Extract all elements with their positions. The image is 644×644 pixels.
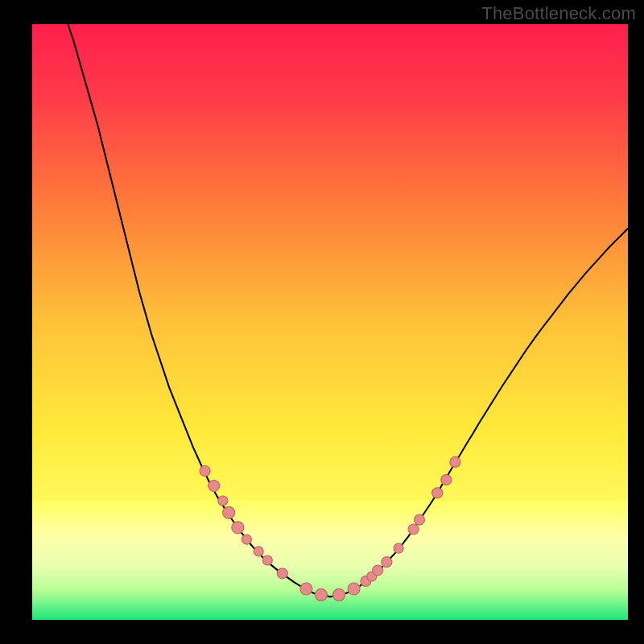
marker-dot xyxy=(382,557,392,568)
bottom-band xyxy=(32,501,628,620)
marker-dot xyxy=(373,565,383,576)
plot-svg xyxy=(32,24,628,620)
marker-dot xyxy=(300,583,312,595)
marker-dot xyxy=(277,568,287,579)
marker-dot xyxy=(315,588,327,601)
marker-dot xyxy=(441,475,452,485)
marker-dot xyxy=(333,588,345,601)
marker-dot xyxy=(348,583,360,595)
marker-dot xyxy=(232,522,244,534)
marker-dot xyxy=(432,488,443,498)
marker-dot xyxy=(394,543,403,553)
marker-dot xyxy=(200,466,210,477)
marker-dot xyxy=(408,524,419,535)
marker-dot xyxy=(242,535,251,544)
marker-dot xyxy=(262,555,272,565)
marker-dot xyxy=(254,547,263,556)
marker-dot xyxy=(223,506,235,518)
watermark: TheBottleneck.com xyxy=(481,3,636,24)
marker-dot xyxy=(208,481,220,492)
marker-dot xyxy=(415,514,425,525)
chart-frame: TheBottleneck.com xyxy=(0,0,644,644)
marker-dot xyxy=(450,456,460,467)
plot-area xyxy=(32,24,628,620)
marker-dot xyxy=(218,496,228,506)
